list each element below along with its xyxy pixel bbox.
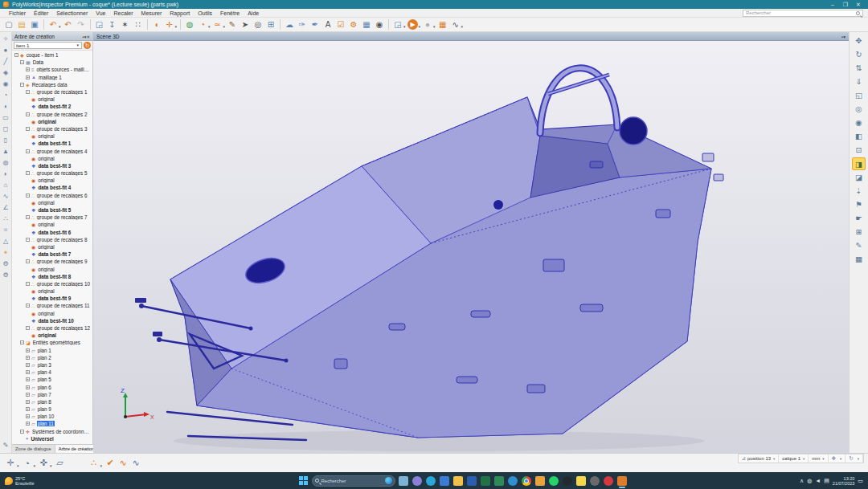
tree-node-original[interactable]: ◉original <box>12 155 92 162</box>
tree-expander[interactable]: − <box>26 215 30 219</box>
tree-node-plan-10[interactable]: +▱plan 10 <box>12 413 92 420</box>
menu-outils[interactable]: Outils <box>194 10 216 16</box>
tree-expander[interactable]: + <box>26 370 30 374</box>
export-image-dropdown-icon[interactable]: ▾ <box>403 24 406 29</box>
app-file-explorer[interactable] <box>453 476 463 486</box>
tree-expander[interactable]: − <box>26 194 30 198</box>
tray-folder[interactable]: ▤ <box>824 478 829 484</box>
right-visibility-eye[interactable]: ◉ <box>852 116 866 129</box>
tree-expander[interactable]: − <box>26 238 30 242</box>
tree-expander[interactable]: + <box>26 385 30 389</box>
toolbar-probe-comp-2[interactable]: ✒ <box>309 18 321 31</box>
menu-editer[interactable]: Éditer <box>30 10 52 16</box>
tree-node-plan-3[interactable]: +▱plan 3 <box>12 361 92 369</box>
menu-recaler[interactable]: Recaler <box>109 10 137 16</box>
search-input[interactable]: Rechercher <box>743 10 863 17</box>
tree-expander[interactable]: − <box>26 90 30 94</box>
toolbar-point-pairs[interactable]: ∷ <box>132 18 144 31</box>
left-feature-cylinder[interactable]: ▯ <box>1 135 11 146</box>
probe-adjust-dropdown-icon[interactable]: ▾ <box>50 463 52 468</box>
tree-expander[interactable]: + <box>26 422 30 426</box>
tree-node-plan-6[interactable]: +▱plan 6 <box>12 383 92 390</box>
tree-expander[interactable]: − <box>26 326 30 330</box>
left-feature-polygon[interactable]: ⌂ <box>1 180 11 191</box>
toolbar-play-macro[interactable]: ▶ <box>407 19 418 30</box>
app-sticky-notes[interactable] <box>576 476 586 486</box>
tree-expander[interactable]: − <box>26 149 30 153</box>
bottom-probe-adjust[interactable]: ✜ <box>37 458 50 468</box>
tree-node-groupe-de-recalages-7[interactable]: −∴groupe de recalages 7 <box>12 214 92 221</box>
left-feature-gear[interactable]: ⚙ <box>1 259 11 270</box>
tree-node-groupe-de-recalages-4[interactable]: −∴groupe de recalages 4 <box>12 147 92 154</box>
toolbar-checklist[interactable]: ☑ <box>335 18 347 31</box>
tree-node-original[interactable]: ◉original <box>12 96 92 103</box>
tree-node-data-best-fit-9[interactable]: ❖data best-fit 9 <box>12 295 92 302</box>
toolbar-open-folder[interactable]: ▤ <box>16 18 28 31</box>
tree-node-original[interactable]: ◉original <box>12 243 92 251</box>
cross-section-dropdown-icon[interactable]: ▾ <box>223 24 226 29</box>
toolbar-probe-comp-1[interactable]: ✑ <box>297 18 309 31</box>
tree-node-original[interactable]: ◉original <box>12 287 92 295</box>
layer-selector[interactable]: calque 1▾ <box>779 454 809 463</box>
right-grab-hand[interactable]: ☛ <box>852 212 866 225</box>
bottom-probe-align[interactable]: ✛ <box>4 458 17 468</box>
tab-arbre-de-creation[interactable]: Arbre de création <box>55 445 98 453</box>
left-feature-surface[interactable]: ◗ <box>1 169 11 180</box>
bottom-sequence-graph-2[interactable]: ∿ <box>129 458 142 468</box>
app-folder[interactable] <box>535 476 545 486</box>
tree-expander[interactable]: − <box>20 83 24 87</box>
left-feature-slot[interactable]: ◻ <box>1 124 11 135</box>
toolbar-record-macro[interactable]: ● <box>422 18 434 31</box>
tree-node-plan-9[interactable]: +▱plan 9 <box>12 405 92 413</box>
refresh-selector[interactable]: ↻▾ <box>845 454 863 463</box>
toolbar-report-table-add[interactable]: ⊞ <box>265 18 277 31</box>
tree-expander[interactable]: + <box>26 356 30 360</box>
toolbar-select-arrow[interactable]: ➤ <box>240 18 252 31</box>
tree-node-data-best-fit-4[interactable]: ❖data best-fit 4 <box>12 184 92 191</box>
tree-node-groupe-de-recalages-3[interactable]: −∴groupe de recalages 3 <box>12 125 92 132</box>
play-macro-dropdown-icon[interactable]: ▾ <box>419 24 421 29</box>
right-stamp-down[interactable]: ⇓ <box>852 75 866 88</box>
app-mail[interactable] <box>440 476 449 486</box>
tree-node-data-best-fit-2[interactable]: ❖data best-fit 2 <box>12 103 92 110</box>
toolbar-undo[interactable]: ↶ <box>47 18 59 31</box>
toolbar-point-cloud[interactable]: ☁ <box>284 18 296 31</box>
app-github[interactable] <box>563 476 572 486</box>
toolbar-import-data[interactable]: ↧ <box>106 18 118 31</box>
tree-node-groupe-de-recalages-10[interactable]: −∴groupe de recalages 10 <box>12 280 92 287</box>
tree-node-groupe-de-recalages-2[interactable]: −∴groupe de recalages 2 <box>12 111 92 118</box>
tray-volume[interactable]: ◄ <box>815 478 821 483</box>
right-rotate-mode[interactable]: ↻ <box>852 48 866 61</box>
left-feature-cluster[interactable]: ∴ <box>1 214 11 225</box>
toolbar-undo-all[interactable]: ↶ <box>62 18 74 31</box>
tree-node-original[interactable]: ◉original <box>12 132 92 140</box>
toolbar-new-file[interactable]: ▢ <box>3 18 15 31</box>
toolbar-zoom-region[interactable]: ◎ <box>252 18 264 31</box>
tree-node-original[interactable]: ◉original <box>12 265 92 272</box>
bottom-sequence-graph-1[interactable]: ∿ <box>117 458 129 468</box>
right-select-elements[interactable]: ✎ <box>852 239 866 252</box>
menu-rapport[interactable]: Rapport <box>166 10 194 16</box>
right-window-zoom[interactable]: ⊞ <box>852 226 866 238</box>
left-probe-pen[interactable]: ✎ <box>1 440 11 451</box>
tree-node-systemes-de-coordonnees[interactable]: −✛Systèmes de coordonnées <box>12 428 92 435</box>
position-selector[interactable]: ⊿position 13▾ <box>739 454 780 463</box>
tree-node-original[interactable]: ◉original <box>12 310 92 317</box>
left-feature-vector[interactable]: ✧ <box>1 34 11 45</box>
left-feature-sphere[interactable]: ◍ <box>1 157 11 169</box>
left-feature-ellipse[interactable]: ◖ <box>1 101 11 112</box>
tree-node-groupe-de-recalages-5[interactable]: −∴groupe de recalages 5 <box>12 169 92 177</box>
toolbar-chart-report[interactable]: ∿ <box>449 18 461 31</box>
tree-node-plan-11[interactable]: +▱plan 11 <box>12 420 92 427</box>
right-texture-spray[interactable]: ⇣ <box>852 185 866 198</box>
tree-expander[interactable]: + <box>26 414 30 418</box>
toolbar-cross-section[interactable]: ≃ <box>211 18 223 31</box>
toolbar-probe-device[interactable]: ✛ <box>163 18 175 31</box>
app-opera[interactable] <box>604 476 613 486</box>
probe-color-dropdown-icon[interactable]: ▾ <box>34 463 36 468</box>
tree-node-data-best-fit-5[interactable]: ❖data best-fit 5 <box>12 206 92 214</box>
item-selector[interactable]: item 1 ▼ <box>14 42 82 49</box>
app-excel[interactable] <box>481 476 490 486</box>
app-chrome[interactable] <box>522 476 531 486</box>
toolbar-deviation-compare[interactable]: ◔ <box>197 18 209 31</box>
